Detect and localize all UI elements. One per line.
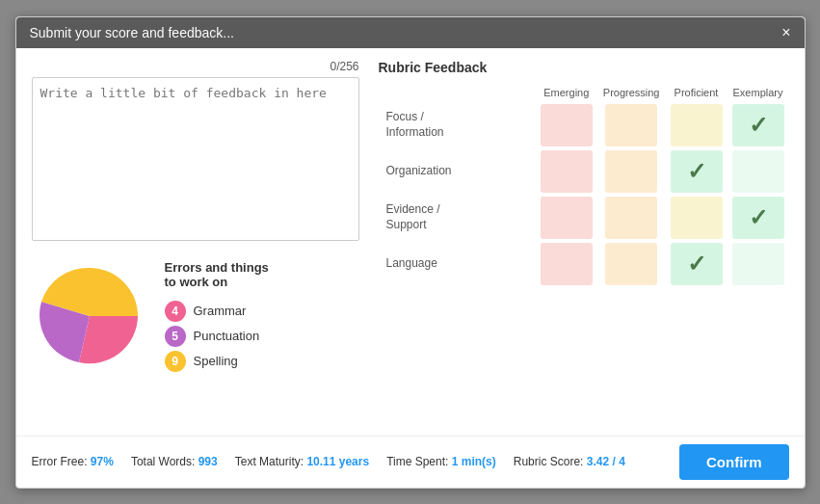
stat-item: Rubric Score: 3.42 / 4 (514, 455, 625, 468)
errors-list: Errors and things to work on 4 Grammar 5 (165, 260, 269, 372)
feedback-textarea[interactable] (32, 77, 359, 241)
rubric-category: Focus / Information (379, 102, 536, 148)
char-count: 0/256 (32, 60, 359, 73)
errors-section: Errors and things to work on 4 Grammar 5 (32, 258, 359, 374)
rubric-category: Evidence / Support (379, 195, 536, 241)
rubric-cell[interactable]: ✓ (727, 195, 789, 241)
rubric-col-exemplary: Exemplary (727, 83, 789, 102)
grammar-label: Grammar (194, 304, 247, 318)
rubric-cell[interactable] (666, 102, 727, 148)
errors-title: Errors and things to work on (165, 260, 269, 289)
modal-header: Submit your score and feedback... × (16, 17, 805, 48)
grammar-badge: 4 (165, 301, 186, 322)
rubric-table: Emerging Progressing Proficient Exemplar… (379, 83, 789, 287)
rubric-cell[interactable] (536, 241, 597, 287)
stats-bar: Error Free: 97%Total Words: 993Text Matu… (32, 455, 625, 468)
rubric-cell[interactable] (536, 195, 597, 241)
list-item: 4 Grammar (165, 301, 269, 322)
rubric-cell[interactable] (597, 195, 666, 241)
close-button[interactable]: × (781, 25, 790, 40)
left-panel: 0/256 Errors and things t (32, 60, 359, 428)
spelling-badge: 9 (165, 351, 186, 372)
rubric-cell[interactable] (597, 102, 666, 148)
rubric-category: Language (379, 241, 536, 287)
rubric-cell[interactable] (597, 148, 666, 195)
confirm-button[interactable]: Confirm (679, 444, 789, 480)
rubric-title: Rubric Feedback (379, 60, 789, 75)
list-item: 9 Spelling (165, 351, 269, 372)
rubric-cell[interactable]: ✓ (727, 102, 789, 148)
rubric-col-emerging: Emerging (536, 83, 597, 102)
rubric-cell[interactable] (727, 241, 789, 287)
rubric-cell[interactable]: ✓ (666, 241, 727, 287)
rubric-cell[interactable] (536, 148, 597, 195)
rubric-cell[interactable] (666, 195, 727, 241)
modal-title: Submit your score and feedback... (30, 25, 234, 40)
punctuation-label: Punctuation (194, 329, 260, 343)
list-item: 5 Punctuation (165, 326, 269, 347)
rubric-cell[interactable]: ✓ (666, 148, 727, 195)
right-panel: Rubric Feedback Emerging Progressing Pro… (379, 60, 789, 428)
pie-chart (32, 258, 147, 374)
stat-item: Text Maturity: 10.11 years (235, 455, 369, 468)
rubric-cell[interactable] (536, 102, 597, 148)
spelling-label: Spelling (194, 354, 238, 368)
rubric-category: Organization (379, 148, 536, 195)
stat-item: Total Words: 993 (131, 455, 218, 468)
stat-item: Error Free: 97% (32, 455, 114, 468)
rubric-cell[interactable] (727, 148, 789, 195)
punctuation-badge: 5 (165, 326, 186, 347)
modal-body: 0/256 Errors and things t (16, 48, 805, 436)
rubric-col-category (379, 83, 536, 102)
rubric-cell[interactable] (597, 241, 666, 287)
modal: Submit your score and feedback... × 0/25… (15, 16, 806, 489)
stat-item: Time Spent: 1 min(s) (386, 455, 496, 468)
rubric-col-progressing: Progressing (597, 83, 666, 102)
modal-footer: Error Free: 97%Total Words: 993Text Matu… (16, 436, 805, 488)
rubric-col-proficient: Proficient (666, 83, 727, 102)
